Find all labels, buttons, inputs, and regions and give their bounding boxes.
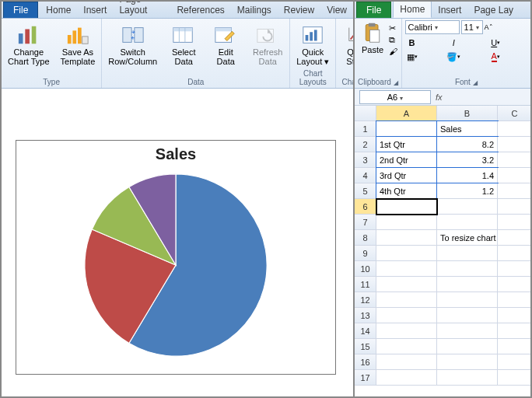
- pie-chart[interactable]: [80, 169, 271, 361]
- tab-insert[interactable]: Insert: [77, 2, 113, 18]
- cell-C3[interactable]: [498, 152, 532, 168]
- border-button[interactable]: ▦▾: [405, 51, 419, 63]
- cell-B5[interactable]: 1.2: [437, 183, 498, 199]
- row-header-10[interactable]: 10: [355, 261, 376, 277]
- cell-C5[interactable]: [498, 183, 532, 199]
- row-header-16[interactable]: 16: [355, 354, 376, 370]
- cell-B1[interactable]: Sales: [437, 121, 498, 137]
- grow-font-icon[interactable]: A˄: [485, 23, 493, 31]
- row-header-8[interactable]: 8: [355, 230, 376, 246]
- cell-C7[interactable]: [498, 215, 532, 230]
- cell-A11[interactable]: [376, 277, 437, 292]
- cell-B6[interactable]: [437, 199, 498, 215]
- cell-C17[interactable]: [498, 370, 532, 386]
- cell-C11[interactable]: [498, 277, 532, 292]
- cell-A16[interactable]: [376, 354, 437, 370]
- tab-home[interactable]: Home: [40, 2, 77, 18]
- excel-file-tab[interactable]: File: [356, 2, 391, 18]
- worksheet-grid[interactable]: ABC1Sales21st Qtr8.232nd Qtr3.243rd Qtr1…: [355, 106, 530, 386]
- cell-B3[interactable]: 3.2: [437, 152, 498, 168]
- chart-object[interactable]: Sales: [16, 140, 336, 375]
- row-header-14[interactable]: 14: [355, 323, 376, 339]
- cell-A6[interactable]: [376, 199, 437, 215]
- cell-A5[interactable]: 4th Qtr: [376, 183, 437, 199]
- cell-C16[interactable]: [498, 354, 532, 370]
- cell-B13[interactable]: [437, 308, 498, 323]
- fill-color-button[interactable]: 🪣▾: [446, 51, 460, 63]
- cell-A8[interactable]: [376, 230, 437, 246]
- cell-B7[interactable]: [437, 215, 498, 230]
- cell-C10[interactable]: [498, 261, 532, 277]
- name-box[interactable]: A6 ▾: [359, 90, 431, 104]
- cell-C8[interactable]: [498, 230, 532, 246]
- cell-A13[interactable]: [376, 308, 437, 323]
- excel-tab-insert[interactable]: Insert: [432, 2, 467, 18]
- save-as-template-button[interactable]: Save As Template: [58, 23, 99, 68]
- row-header-3[interactable]: 3: [355, 152, 376, 168]
- font-size-select[interactable]: 11▾: [461, 20, 483, 34]
- row-header-5[interactable]: 5: [355, 183, 376, 199]
- cell-A4[interactable]: 3rd Qtr: [376, 168, 437, 183]
- cell-C12[interactable]: [498, 292, 532, 308]
- cell-B9[interactable]: [437, 246, 498, 261]
- cell-A2[interactable]: 1st Qtr: [376, 137, 437, 152]
- cell-A3[interactable]: 2nd Qtr: [376, 152, 437, 168]
- cell-C15[interactable]: [498, 339, 532, 354]
- row-header-1[interactable]: 1: [355, 121, 376, 137]
- cell-C9[interactable]: [498, 246, 532, 261]
- font-color-button[interactable]: A▾: [488, 51, 502, 63]
- cut-icon[interactable]: ✂: [389, 23, 397, 33]
- tab-page-layout[interactable]: Page Layout: [113, 0, 170, 18]
- cell-B12[interactable]: [437, 292, 498, 308]
- row-header-2[interactable]: 2: [355, 137, 376, 152]
- cell-B2[interactable]: 8.2: [437, 137, 498, 152]
- cell-A12[interactable]: [376, 292, 437, 308]
- cell-C13[interactable]: [498, 308, 532, 323]
- row-header-13[interactable]: 13: [355, 308, 376, 323]
- row-header-17[interactable]: 17: [355, 370, 376, 386]
- select-all-corner[interactable]: [355, 106, 376, 121]
- cell-A14[interactable]: [376, 323, 437, 339]
- cell-C4[interactable]: [498, 168, 532, 183]
- cell-B8[interactable]: To resize chart data: [437, 230, 498, 246]
- font-name-select[interactable]: Calibri▾: [405, 20, 460, 34]
- cell-B4[interactable]: 1.4: [437, 168, 498, 183]
- refresh-data-button[interactable]: Refresh Data: [249, 23, 286, 68]
- quick-layout-button[interactable]: Quick Layout ▾: [293, 23, 332, 68]
- paste-button[interactable]: Paste: [358, 20, 387, 56]
- fx-icon[interactable]: fx: [436, 93, 443, 102]
- row-header-12[interactable]: 12: [355, 292, 376, 308]
- row-header-7[interactable]: 7: [355, 215, 376, 230]
- italic-button[interactable]: I: [446, 37, 460, 49]
- chart-title[interactable]: Sales: [16, 141, 335, 163]
- excel-tab-page-layout[interactable]: Page Lay: [467, 2, 520, 18]
- underline-button[interactable]: U▾: [488, 37, 502, 49]
- tab-references[interactable]: References: [170, 2, 230, 18]
- row-header-11[interactable]: 11: [355, 277, 376, 292]
- cell-C1[interactable]: [498, 121, 532, 137]
- cell-B16[interactable]: [437, 354, 498, 370]
- row-header-4[interactable]: 4: [355, 168, 376, 183]
- copy-icon[interactable]: ⧉: [389, 35, 397, 45]
- row-header-6[interactable]: 6: [355, 199, 376, 215]
- cell-B15[interactable]: [437, 339, 498, 354]
- cell-B10[interactable]: [437, 261, 498, 277]
- cell-A7[interactable]: [376, 215, 437, 230]
- cell-A1[interactable]: [376, 121, 437, 137]
- excel-tab-home[interactable]: Home: [393, 1, 432, 18]
- cell-A17[interactable]: [376, 370, 437, 386]
- select-data-button[interactable]: Select Data: [165, 23, 202, 68]
- bold-button[interactable]: B: [405, 37, 419, 49]
- row-header-9[interactable]: 9: [355, 246, 376, 261]
- cell-A9[interactable]: [376, 246, 437, 261]
- edit-data-button[interactable]: Edit Data: [207, 23, 244, 68]
- switch-row-column-button[interactable]: Switch Row/Column: [105, 23, 160, 68]
- cell-A15[interactable]: [376, 339, 437, 354]
- file-tab[interactable]: File: [3, 2, 38, 18]
- cell-C14[interactable]: [498, 323, 532, 339]
- cell-A10[interactable]: [376, 261, 437, 277]
- tab-view[interactable]: View: [320, 2, 353, 18]
- cell-B11[interactable]: [437, 277, 498, 292]
- tab-review[interactable]: Review: [278, 2, 320, 18]
- cell-B14[interactable]: [437, 323, 498, 339]
